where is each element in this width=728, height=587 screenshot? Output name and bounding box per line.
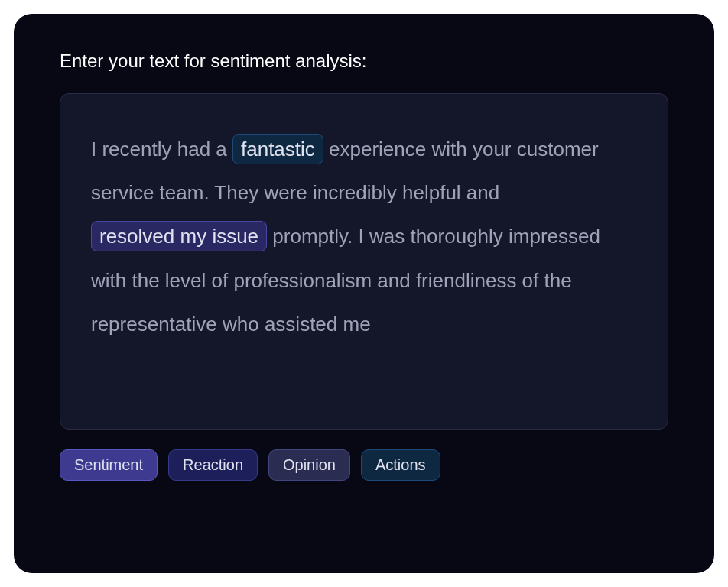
reaction-button[interactable]: Reaction bbox=[168, 449, 258, 481]
text-segment: I recently had a bbox=[91, 138, 232, 161]
category-buttons-row: Sentiment Reaction Opinion Actions bbox=[60, 449, 668, 481]
text-input-panel[interactable]: I recently had a fantastic experience wi… bbox=[60, 93, 668, 430]
highlighted-phrase-resolved[interactable]: resolved my issue bbox=[91, 221, 267, 251]
analyzed-text: I recently had a fantastic experience wi… bbox=[91, 128, 637, 346]
opinion-button[interactable]: Opinion bbox=[268, 449, 350, 481]
sentiment-button[interactable]: Sentiment bbox=[60, 449, 158, 481]
actions-button[interactable]: Actions bbox=[361, 449, 440, 481]
highlighted-word-fantastic[interactable]: fantastic bbox=[232, 134, 323, 164]
prompt-label: Enter your text for sentiment analysis: bbox=[60, 50, 668, 72]
sentiment-analysis-panel: Enter your text for sentiment analysis: … bbox=[14, 14, 714, 573]
